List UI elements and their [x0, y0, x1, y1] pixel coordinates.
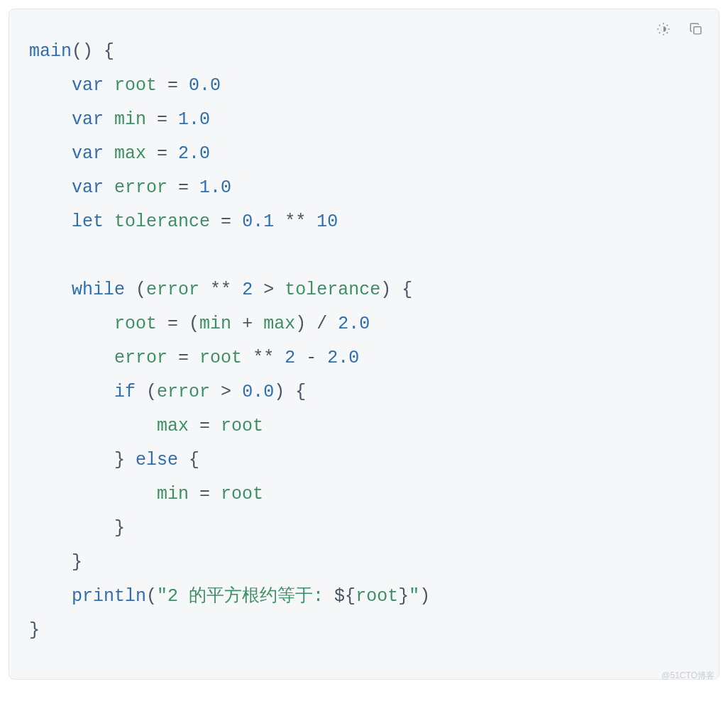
token-number: 2.0	[178, 143, 210, 164]
token-paren: (	[146, 382, 157, 402]
token-function: main	[29, 41, 72, 62]
token-string: 2 的平方根约等于:	[167, 586, 334, 607]
token-keyword: while	[72, 280, 125, 300]
token-identifier: root	[114, 75, 157, 96]
token-number: 2	[285, 348, 295, 368]
code-toolbar	[653, 19, 706, 39]
token-keyword: let	[72, 211, 104, 232]
token-identifier: max	[263, 314, 295, 334]
watermark-text: @51CTO博客	[661, 670, 715, 682]
token-operator: =	[199, 484, 210, 504]
token-keyword: var	[72, 109, 104, 130]
token-operator: **	[210, 280, 231, 300]
token-operator: =	[167, 75, 178, 96]
token-brace: {	[295, 382, 306, 402]
token-number: 0.1	[242, 211, 274, 232]
token-brace: }	[114, 518, 125, 539]
token-operator: /	[316, 314, 327, 334]
token-operator: -	[306, 348, 316, 368]
token-paren: )	[295, 314, 306, 334]
token-identifier: root	[221, 484, 263, 504]
token-operator: **	[285, 211, 306, 232]
token-identifier: min	[199, 314, 231, 334]
token-operator: =	[167, 314, 178, 334]
token-paren: (	[136, 280, 146, 300]
token-number: 1.0	[178, 109, 210, 130]
code-block-card: main() { var root = 0.0 var min = 1.0 va…	[9, 9, 719, 680]
token-keyword: var	[72, 143, 104, 164]
token-number: 2.0	[327, 348, 359, 368]
token-identifier: max	[114, 143, 146, 164]
token-identifier: tolerance	[285, 280, 380, 300]
token-operator: =	[221, 211, 231, 232]
token-brace: }	[114, 450, 125, 470]
token-keyword: var	[72, 75, 104, 96]
token-parens: ()	[72, 41, 93, 62]
token-identifier: error	[114, 177, 167, 198]
token-keyword: else	[136, 450, 178, 470]
token-identifier: root	[114, 314, 157, 334]
token-operator: **	[253, 348, 274, 368]
token-number: 10	[316, 211, 338, 232]
token-function: println	[72, 586, 146, 607]
token-identifier: tolerance	[114, 211, 210, 232]
token-brace: }	[72, 552, 82, 573]
token-identifier: root	[221, 416, 263, 436]
token-operator: +	[242, 314, 253, 334]
token-identifier: root	[355, 586, 398, 607]
token-interp-brace: }	[398, 586, 409, 607]
token-identifier: min	[157, 484, 189, 504]
token-paren: (	[146, 586, 157, 607]
token-operator: >	[263, 280, 274, 300]
copy-button[interactable]	[686, 19, 706, 39]
token-interp-brace: {	[345, 586, 355, 607]
token-string-quote: "	[409, 586, 419, 607]
token-number: 1.0	[199, 177, 231, 198]
theme-toggle-button[interactable]	[653, 19, 673, 39]
token-operator: =	[157, 109, 167, 130]
token-identifier: root	[199, 348, 242, 368]
token-brace: }	[29, 620, 40, 641]
svg-rect-1	[694, 27, 701, 34]
token-number: 2.0	[338, 314, 370, 334]
token-string-quote: "	[157, 586, 167, 607]
token-identifier: error	[157, 382, 210, 402]
copy-icon	[688, 21, 704, 37]
token-paren: )	[380, 280, 391, 300]
code-content: main() { var root = 0.0 var min = 1.0 va…	[29, 35, 699, 648]
token-number: 0.0	[242, 382, 274, 402]
theme-toggle-icon	[656, 21, 671, 37]
token-operator: =	[178, 348, 189, 368]
token-paren: )	[274, 382, 285, 402]
token-identifier: min	[114, 109, 146, 130]
token-brace: {	[189, 450, 199, 470]
token-number: 0.0	[189, 75, 221, 96]
token-identifier: error	[114, 348, 167, 368]
token-paren: (	[189, 314, 199, 334]
token-brace: {	[402, 280, 412, 300]
token-paren: )	[419, 586, 430, 607]
token-operator: =	[178, 177, 189, 198]
token-keyword: if	[114, 382, 136, 402]
token-operator: =	[199, 416, 210, 436]
token-number: 2	[242, 280, 253, 300]
token-identifier: max	[157, 416, 189, 436]
token-identifier: error	[146, 280, 199, 300]
token-keyword: var	[72, 177, 104, 198]
token-operator: >	[221, 382, 231, 402]
token-operator: =	[157, 143, 167, 164]
token-brace: {	[104, 41, 114, 62]
token-interp: $	[334, 586, 345, 607]
